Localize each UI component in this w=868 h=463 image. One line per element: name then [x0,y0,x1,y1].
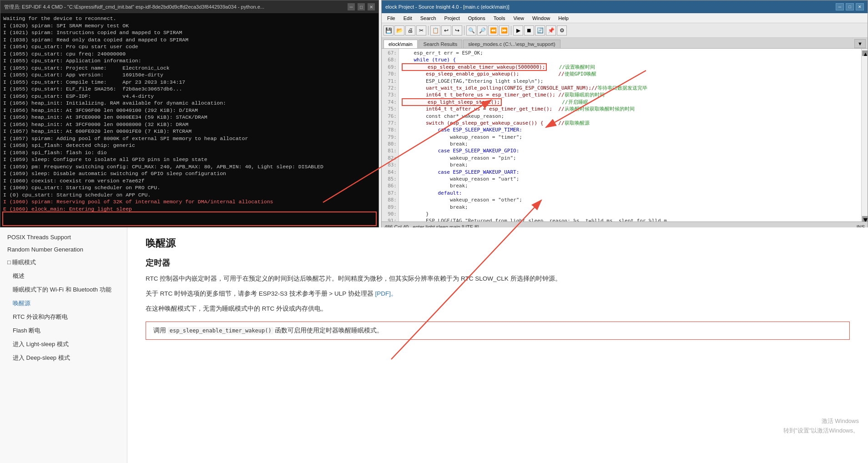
terminal-line: I (0) cpu_start: Starting scheduler on A… [3,191,376,199]
terminal-line: I (1060) spiram: Reserving pool of 32K o… [3,198,376,206]
si-maximize-button[interactable]: □ [846,3,854,10]
terminal-close-button[interactable]: ✕ [368,3,375,10]
menu-item-window[interactable]: Window [529,15,554,22]
si-code-area: 67:68:69:70:71:72:73:74:75:76:77:78:79:8… [382,49,868,221]
toolbar-button-5[interactable]: ↩ [441,25,451,35]
terminal-minimize-button[interactable]: ─ [348,3,355,10]
terminal-line: I (1056) cpu_start: ESP-IDF: v4.4-dirty [3,93,376,100]
line-number: 90: [384,211,397,217]
terminal-maximize-button[interactable]: □ [358,3,365,10]
line-number: 81: [384,147,397,154]
win-activate-line1: 激活 Windows [783,417,859,426]
code-line: ESP_LOGE(TAG,"Returned from light sleep,… [402,217,858,221]
terminal-window[interactable]: 管理员: ESP-IDF 4.4 CMD - "C:\Espressif\idf… [0,0,379,227]
doc-heading: 唤醒源 [146,237,850,250]
terminal-line: I (1056) heap_init: At 3FCE0000 len 0000… [3,114,376,121]
code-line: const char* wakeup_reason; [402,113,858,120]
toolbar-button-7[interactable]: 🔍 [466,25,476,35]
toolbar-button-15[interactable]: ⚙ [557,25,567,35]
line-number: 91: [384,217,397,221]
toolbar-button-14[interactable]: 📌 [546,25,556,35]
scroll-down-button[interactable]: ▼ [862,216,868,221]
line-number: 71: [384,78,397,85]
code-line: wakeup_reason = "pin"; [402,155,858,161]
si-scrollbar-right[interactable]: ▲ ▼ [861,49,868,221]
code-line: wakeup_reason = "other"; [402,196,858,203]
callout-code: esp_sleep_enable_timer_wakeup() [168,327,273,334]
line-number: 76: [384,113,397,120]
scroll-up-button[interactable]: ▲ [862,50,868,56]
line-number: 84: [384,169,397,176]
line-number: 73: [384,91,397,98]
terminal-title: 管理员: ESP-IDF 4.4 CMD - "C:\Espressif\idf… [4,4,348,10]
si-titlebar: elock Project - Source Insight 4.0 - [ma… [382,0,868,13]
terminal-line: I (1058) spi_flash: flash io: dio [3,149,376,156]
si-tab-dropdown[interactable]: ▼ [854,39,866,48]
toolbar-button-13[interactable]: 🔄 [535,25,545,35]
menu-item-options[interactable]: Options [464,15,489,22]
terminal-line: E (1060) elock_main: Entering light slee… [3,206,376,213]
code-line: esp_err_t err = ESP_OK; [402,50,858,56]
terminal-line: I (1060) cpu_start: Starting scheduler o… [3,184,376,191]
sidebar-item[interactable]: 唤醒源 [0,297,127,310]
si-tab[interactable]: sleep_modes.c (C:\...\esp_hw_support) [463,40,560,48]
toolbar-button-4[interactable]: 📋 [430,25,440,35]
si-close-button[interactable]: ✕ [856,3,864,10]
doc-callout: 调用 esp_sleep_enable_timer_wakeup() 函数可启用… [146,322,850,340]
code-line: wakeup_reason = "timer"; [402,134,858,141]
terminal-line: I (1021) spiram: Instructions copied and… [3,29,376,36]
code-line: int64_t t_before_us = esp_timer_get_time… [402,91,858,98]
sidebar-item[interactable]: 进入 Light-sleep 模式 [0,337,127,351]
code-line: } [402,211,858,217]
toolbar-button-9[interactable]: ⏪ [488,25,498,35]
si-controls: ─ □ ✕ [836,3,864,10]
line-number: 88: [384,196,397,203]
menu-item-project[interactable]: Project [441,15,464,22]
line-number: 83: [384,161,397,168]
sidebar-item[interactable]: 睡眠模式下的 Wi-Fi 和 Bluetooth 功能 [0,283,127,297]
pdf-link[interactable]: [PDF]。 [375,290,397,297]
sidebar-item[interactable]: Flash 断电 [0,324,127,337]
line-number: 78: [384,126,397,133]
line-number: 80: [384,141,397,147]
toolbar-button-10[interactable]: ⏩ [499,25,509,35]
terminal-line: I (1055) cpu_start: ELF_file SHA256: f2b… [3,86,376,93]
source-insight-window[interactable]: elock Project - Source Insight 4.0 - [ma… [381,0,868,232]
menu-item-tools[interactable]: Tools [490,15,509,22]
toolbar-button-2[interactable]: 🖨 [405,25,415,35]
toolbar-button-6[interactable]: ↪ [452,25,462,35]
terminal-line: I (1058) spi_flash: detected chip: gener… [3,142,376,149]
menu-item-help[interactable]: Help [555,15,572,22]
menu-item-edit[interactable]: Edit [400,15,416,22]
toolbar-button-1[interactable]: 📂 [394,25,404,35]
code-line: esp_light_sleep_start(); //开启睡眠 [402,99,858,106]
toolbar-button-12[interactable]: ⏹ [524,25,534,35]
si-toolbar: 💾📂🖨✂📋↩↪🔍🔎⏪⏩▶⏹🔄📌⚙ [382,23,868,38]
toolbar-button-3[interactable]: ✂ [416,25,426,35]
sidebar-item[interactable]: Random Number Generation [0,243,127,256]
si-tab[interactable]: Search Results [419,40,463,48]
toolbar-button-0[interactable]: 💾 [384,25,394,35]
menu-item-search[interactable]: Search [417,15,440,22]
doc-content: 唤醒源定时器RTC 控制器中内嵌定时器，可用于在预定义的时间到达后唤醒芯片。时间… [127,227,868,463]
code-line: break; [402,141,858,147]
si-minimize-button[interactable]: ─ [836,3,844,10]
code-line: while (true) { [402,56,858,63]
terminal-line: I (1056) heap_init: At 3FCF0000 len 0000… [3,121,376,128]
toolbar-separator [464,26,464,35]
menu-item-file[interactable]: File [384,15,399,22]
toolbar-button-8[interactable]: 🔎 [477,25,487,35]
doc-sidebar[interactable]: POSIX Threads SupportRandom Number Gener… [0,227,127,463]
sidebar-item[interactable]: □ 睡眠模式 [0,256,127,269]
toolbar-button-11[interactable]: ▶ [513,25,523,35]
line-number: 87: [384,190,397,196]
sidebar-item[interactable]: 概述 [0,269,127,283]
sidebar-item[interactable]: POSIX Threads Support [0,231,127,243]
terminal-line: I (1055) cpu_start: Application informat… [3,57,376,65]
si-tab[interactable]: elock\main [384,40,418,48]
menu-item-view[interactable]: View [510,15,528,22]
sidebar-item[interactable]: 进入 Deep-sleep 模式 [0,351,127,365]
si-tabs[interactable]: elock\mainSearch Resultssleep_modes.c (C… [382,38,868,49]
sidebar-item[interactable]: RTC 外设和内存断电 [0,310,127,324]
line-number: 85: [384,176,397,182]
